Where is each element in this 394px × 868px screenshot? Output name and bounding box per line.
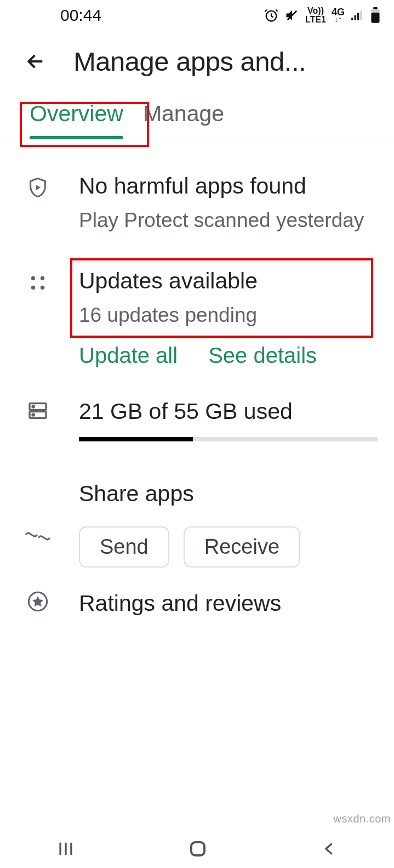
ratings-section[interactable]: Ratings and reviews	[26, 589, 378, 624]
protect-subtitle: Play Protect scanned yesterday	[79, 207, 378, 234]
share-nearby-icon	[25, 529, 50, 544]
recents-button[interactable]	[56, 839, 75, 858]
storage-section[interactable]: 21 GB of 55 GB used	[26, 398, 378, 441]
home-button[interactable]	[188, 839, 208, 859]
see-details-button[interactable]: See details	[208, 343, 317, 368]
storage-progress-fill	[79, 437, 193, 441]
svg-point-15	[32, 414, 34, 416]
storage-progress	[79, 437, 378, 441]
ratings-title: Ratings and reviews	[79, 589, 378, 617]
watermark: wsxdn.com	[333, 813, 391, 825]
svg-rect-3	[357, 13, 359, 20]
storage-icon	[27, 400, 49, 422]
svg-rect-2	[355, 15, 356, 20]
svg-rect-17	[191, 842, 204, 855]
send-button[interactable]: Send	[79, 526, 169, 568]
shield-play-icon	[27, 175, 49, 200]
battery-icon	[370, 7, 381, 24]
app-bar: Manage apps and...	[0, 31, 394, 81]
storage-label: 21 GB of 55 GB used	[79, 398, 378, 426]
tab-manage[interactable]: Manage	[133, 98, 234, 139]
svg-rect-1	[351, 18, 353, 20]
mute-icon	[284, 8, 300, 23]
svg-rect-7	[372, 13, 380, 23]
alarm-icon	[264, 8, 279, 23]
svg-point-14	[32, 406, 34, 407]
svg-point-11	[41, 286, 44, 290]
android-nav-bar	[0, 830, 394, 868]
tab-overview[interactable]: Overview	[20, 98, 133, 139]
svg-rect-4	[360, 10, 362, 20]
page-title: Manage apps and...	[73, 46, 383, 77]
svg-point-8	[31, 276, 35, 280]
share-title: Share apps	[79, 480, 378, 508]
status-time: 00:44	[60, 6, 101, 25]
update-all-button[interactable]: Update all	[79, 343, 178, 368]
status-icons: Vo)) LTE1 4G ↓↑	[264, 7, 381, 24]
share-section: Share apps Send Receive	[26, 480, 378, 568]
volte-icon: Vo)) LTE1	[305, 7, 326, 24]
updates-section: Updates available 16 updates pending Upd…	[26, 267, 378, 368]
4g-icon: 4G ↓↑	[332, 8, 345, 22]
tabs: Overview Manage	[0, 81, 394, 139]
svg-point-9	[41, 276, 44, 280]
svg-point-10	[31, 286, 35, 290]
content: No harmful apps found Play Protect scann…	[0, 139, 394, 624]
back-nav-button[interactable]	[321, 841, 338, 857]
updates-title: Updates available	[79, 267, 356, 295]
play-protect-section[interactable]: No harmful apps found Play Protect scann…	[26, 172, 378, 234]
protect-title: No harmful apps found	[79, 172, 378, 200]
status-bar: 00:44 Vo)) LTE1 4G ↓↑	[0, 0, 394, 31]
receive-button[interactable]: Receive	[184, 526, 300, 568]
apps-grid-icon	[28, 274, 47, 292]
star-circle-icon	[27, 591, 49, 612]
signal-icon	[350, 8, 364, 22]
updates-subtitle: 16 updates pending	[79, 302, 356, 329]
back-button[interactable]	[24, 50, 46, 72]
svg-rect-5	[373, 7, 378, 9]
